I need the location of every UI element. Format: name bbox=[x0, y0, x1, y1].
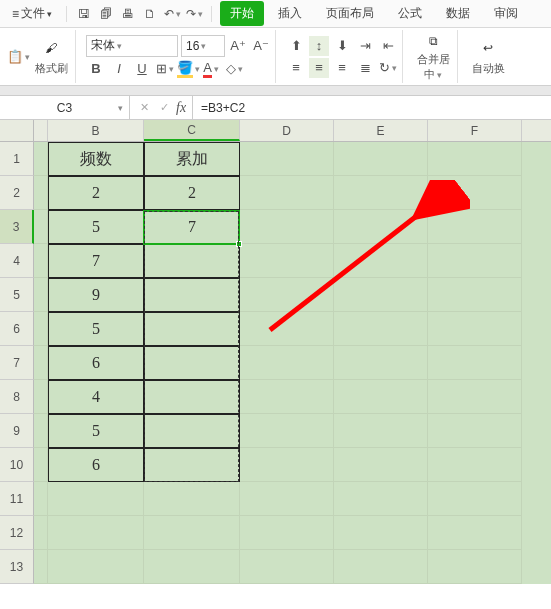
cell[interactable] bbox=[240, 414, 334, 448]
select-all-corner[interactable] bbox=[0, 120, 34, 141]
cancel-icon[interactable]: ✕ bbox=[136, 100, 152, 116]
align-left-icon[interactable]: ≡ bbox=[286, 58, 306, 78]
cell[interactable] bbox=[34, 414, 48, 448]
font-color-icon[interactable]: A bbox=[201, 59, 221, 79]
rowhead[interactable]: 6 bbox=[0, 312, 34, 346]
cell[interactable] bbox=[34, 142, 48, 176]
cell[interactable] bbox=[240, 346, 334, 380]
colhead-A[interactable] bbox=[34, 120, 48, 141]
cell[interactable] bbox=[428, 278, 522, 312]
rowhead[interactable]: 3 bbox=[0, 210, 34, 244]
cell-C5[interactable] bbox=[144, 278, 240, 312]
decrease-indent-icon[interactable]: ⇤ bbox=[378, 36, 398, 56]
grid-body[interactable]: 1频数累加222357475965768495106111213 bbox=[0, 142, 551, 584]
cell-B1[interactable]: 频数 bbox=[48, 142, 144, 176]
border-icon[interactable]: ⊞ bbox=[155, 59, 175, 79]
cell[interactable] bbox=[334, 210, 428, 244]
cell-B9[interactable]: 5 bbox=[48, 414, 144, 448]
cell[interactable] bbox=[34, 448, 48, 482]
increase-indent-icon[interactable]: ⇥ bbox=[355, 36, 375, 56]
cell-C9[interactable] bbox=[144, 414, 240, 448]
rowhead[interactable]: 8 bbox=[0, 380, 34, 414]
cell[interactable] bbox=[34, 312, 48, 346]
cell[interactable] bbox=[34, 482, 48, 516]
save-as-icon[interactable]: 🗐 bbox=[97, 5, 115, 23]
rowhead[interactable]: 10 bbox=[0, 448, 34, 482]
justify-icon[interactable]: ≣ bbox=[355, 58, 375, 78]
align-top-icon[interactable]: ⬆ bbox=[286, 36, 306, 56]
cell[interactable] bbox=[428, 142, 522, 176]
cell-C12[interactable] bbox=[144, 516, 240, 550]
cell-B11[interactable] bbox=[48, 482, 144, 516]
name-box[interactable]: C3 bbox=[0, 96, 130, 119]
cell[interactable] bbox=[240, 380, 334, 414]
cell[interactable] bbox=[428, 176, 522, 210]
rowhead[interactable]: 2 bbox=[0, 176, 34, 210]
cell[interactable] bbox=[428, 244, 522, 278]
cell-B10[interactable]: 6 bbox=[48, 448, 144, 482]
align-bottom-icon[interactable]: ⬇ bbox=[332, 36, 352, 56]
underline-icon[interactable]: U bbox=[132, 59, 152, 79]
cell[interactable] bbox=[240, 482, 334, 516]
cell-C2[interactable]: 2 bbox=[144, 176, 240, 210]
auto-wrap-button[interactable]: ↩ 自动换 bbox=[468, 32, 508, 82]
cell[interactable] bbox=[34, 550, 48, 584]
cell[interactable] bbox=[240, 278, 334, 312]
rowhead[interactable]: 7 bbox=[0, 346, 34, 380]
print-preview-icon[interactable]: 🗋 bbox=[141, 5, 159, 23]
cell[interactable] bbox=[334, 278, 428, 312]
cell-B4[interactable]: 7 bbox=[48, 244, 144, 278]
save-icon[interactable]: 🖫 bbox=[75, 5, 93, 23]
cell[interactable] bbox=[334, 550, 428, 584]
fill-color-icon[interactable]: 🪣 bbox=[178, 59, 198, 79]
align-middle-icon[interactable]: ↕ bbox=[309, 36, 329, 56]
cell-C6[interactable] bbox=[144, 312, 240, 346]
cell-B8[interactable]: 4 bbox=[48, 380, 144, 414]
tab-data[interactable]: 数据 bbox=[436, 1, 480, 26]
rowhead[interactable]: 1 bbox=[0, 142, 34, 176]
tab-page-layout[interactable]: 页面布局 bbox=[316, 1, 384, 26]
colhead-B[interactable]: B bbox=[48, 120, 144, 141]
cell-C7[interactable] bbox=[144, 346, 240, 380]
cell[interactable] bbox=[428, 516, 522, 550]
merge-center-button[interactable]: ⧉ 合并居中 bbox=[413, 32, 453, 82]
rowhead[interactable]: 9 bbox=[0, 414, 34, 448]
cell[interactable] bbox=[334, 142, 428, 176]
cell[interactable] bbox=[428, 550, 522, 584]
cell[interactable] bbox=[240, 550, 334, 584]
cell-C13[interactable] bbox=[144, 550, 240, 584]
cell-B3[interactable]: 5 bbox=[48, 210, 144, 244]
increase-font-icon[interactable]: A⁺ bbox=[228, 36, 248, 56]
print-icon[interactable]: 🖶 bbox=[119, 5, 137, 23]
cell-B2[interactable]: 2 bbox=[48, 176, 144, 210]
format-painter-button[interactable]: 🖌 格式刷 bbox=[31, 32, 71, 82]
italic-icon[interactable]: I bbox=[109, 59, 129, 79]
cell[interactable] bbox=[240, 176, 334, 210]
cell-C4[interactable] bbox=[144, 244, 240, 278]
cell-B6[interactable]: 5 bbox=[48, 312, 144, 346]
bold-icon[interactable]: B bbox=[86, 59, 106, 79]
cell[interactable] bbox=[428, 448, 522, 482]
colhead-D[interactable]: D bbox=[240, 120, 334, 141]
cell[interactable] bbox=[240, 142, 334, 176]
cell[interactable] bbox=[334, 516, 428, 550]
formula-input[interactable]: =B3+C2 bbox=[193, 96, 551, 119]
cell[interactable] bbox=[240, 244, 334, 278]
tab-insert[interactable]: 插入 bbox=[268, 1, 312, 26]
rowhead[interactable]: 13 bbox=[0, 550, 34, 584]
cell[interactable] bbox=[240, 516, 334, 550]
decrease-font-icon[interactable]: A⁻ bbox=[251, 36, 271, 56]
tab-start[interactable]: 开始 bbox=[220, 1, 264, 26]
cell[interactable] bbox=[334, 176, 428, 210]
rowhead[interactable]: 11 bbox=[0, 482, 34, 516]
colhead-E[interactable]: E bbox=[334, 120, 428, 141]
cell[interactable] bbox=[34, 176, 48, 210]
align-center-icon[interactable]: ≡ bbox=[309, 58, 329, 78]
cell-B13[interactable] bbox=[48, 550, 144, 584]
cell[interactable] bbox=[34, 516, 48, 550]
colhead-F[interactable]: F bbox=[428, 120, 522, 141]
fx-icon[interactable]: fx bbox=[176, 100, 186, 116]
cell-C3[interactable]: 7 bbox=[144, 210, 240, 244]
cell[interactable] bbox=[334, 482, 428, 516]
cell[interactable] bbox=[240, 448, 334, 482]
